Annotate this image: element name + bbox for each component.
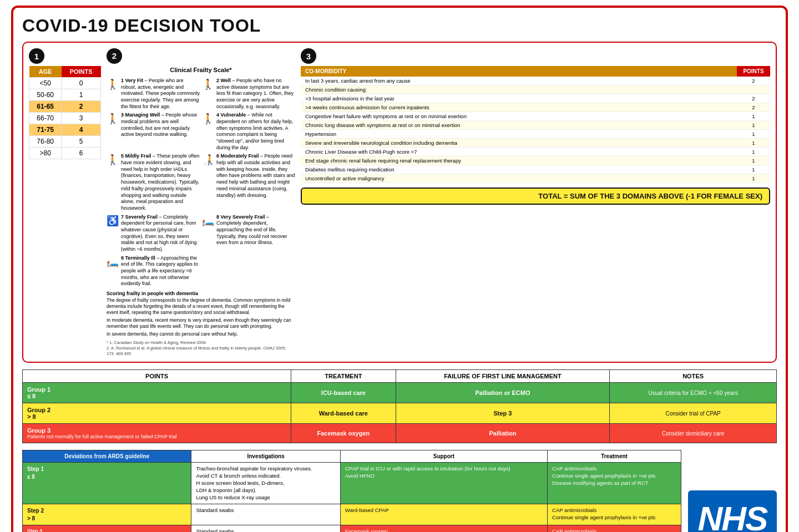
points-cell: 2 bbox=[737, 94, 770, 103]
ards-support-cell: CPAP trial in ICU or with rapid access t… bbox=[340, 463, 547, 504]
age-cell: 66-70 bbox=[29, 113, 62, 124]
frailty-grid: 🚶1 Very Fit – People who are robust, act… bbox=[107, 78, 295, 287]
th-points: POINTS bbox=[23, 370, 291, 383]
treatment-table: POINTS TREATMENT FAILURE OF FIRST LINE M… bbox=[22, 369, 777, 443]
condition-cell: End stage chronic renal failure requirin… bbox=[301, 156, 737, 165]
domain2-badge: 2 bbox=[107, 48, 122, 64]
table-row: Step 1≤ 8 Tracheo-bronchial aspirate for… bbox=[23, 463, 681, 504]
frailty-item: 🛏️9 Terminally Ill – Approaching the end… bbox=[107, 255, 200, 287]
table-row: Severe and irreversible neurological con… bbox=[301, 139, 770, 148]
ards-support-cell: Facemask oxygen bbox=[340, 525, 547, 532]
frailty-scale-title: Clinical Frailty Scale* bbox=[107, 66, 295, 74]
age-header: AGE bbox=[29, 66, 62, 78]
domain3-badge: 3 bbox=[301, 48, 316, 64]
th-treatment: TREATMENT bbox=[291, 370, 396, 383]
ards-investigations-cell: Standard swabs bbox=[191, 504, 340, 525]
ards-col1-header: Deviations from ARDS guideline bbox=[23, 450, 191, 463]
notes-cell: Consider domiciliary care bbox=[610, 424, 777, 443]
th-notes: NOTES bbox=[610, 370, 777, 383]
table-row: Diabetes mellitus requiring medication1 bbox=[301, 165, 770, 174]
frailty-icon: 🚶 bbox=[202, 113, 214, 125]
age-cell: <50 bbox=[29, 78, 62, 89]
group-label: Group 1 bbox=[27, 386, 50, 393]
frailty-item: 🧑‍🦯6 Moderately Frail – People need help… bbox=[202, 153, 295, 211]
footnote: * 1. Canadian Study on Health & Aging, R… bbox=[107, 340, 295, 356]
condition-cell: Congestive heart failure with symptoms a… bbox=[301, 112, 737, 121]
table-row: In last 3 years, cardiac arrest from any… bbox=[301, 77, 770, 85]
table-row: Step 2> 8 Standard swabs Ward-based CPAP… bbox=[23, 504, 681, 525]
dementia-text: The degree of frailty corresponds to the… bbox=[107, 297, 295, 316]
condition-cell: Uncontrolled or active malignancy bbox=[301, 174, 737, 183]
frailty-icon: 🚶 bbox=[202, 78, 214, 91]
table-row: Hypertension1 bbox=[301, 130, 770, 139]
condition-cell: In last 3 years, cardiac arrest from any… bbox=[301, 77, 737, 85]
table-row: Group 2> 8 Ward-based care Step 3 Consid… bbox=[23, 403, 777, 424]
points-header: POINTS bbox=[62, 66, 101, 78]
top-section: 1 AGE POINTS <50050-60161-65266-70371-75… bbox=[22, 42, 777, 363]
ards-support-header: Support bbox=[340, 450, 547, 463]
ards-investigations-header: Investigations bbox=[191, 450, 340, 463]
ards-treatment-header: Treatment bbox=[548, 450, 681, 463]
comorbidity-header: CO-MORBIDITY bbox=[301, 66, 737, 77]
domain3: 3 CO-MORBIDITY POINTS In last 3 years, c… bbox=[301, 48, 770, 356]
frailty-item: 🛏️8 Very Severely Frail – Completely dep… bbox=[202, 214, 295, 253]
age-cell: 61-65 bbox=[29, 101, 62, 113]
points-cell: 1 bbox=[737, 165, 770, 174]
notes-cell: Consider trial of CPAP bbox=[610, 403, 777, 424]
ards-treatment-cell: CAP antimicrobials Continue single agent… bbox=[548, 504, 681, 525]
frailty-item: 🚶4 Vulnerable – While not dependent on o… bbox=[202, 112, 295, 151]
ards-step-cell: Step 3Patients not normally for full act… bbox=[23, 525, 191, 532]
dementia-scoring-title: Scoring frailty in people with dementia bbox=[107, 291, 295, 297]
frailty-text: 6 Moderately Frail – People need help wi… bbox=[216, 153, 295, 199]
points-cell: 1 bbox=[737, 148, 770, 156]
points-cell: 2 bbox=[737, 77, 770, 85]
frailty-icon: 🛏️ bbox=[107, 256, 119, 268]
condition-cell: Diabetes mellitus requiring medication bbox=[301, 165, 737, 174]
condition-cell: >3 hospital admissions in the last year bbox=[301, 94, 737, 103]
treatment-cell: Ward-based care bbox=[291, 403, 396, 424]
ards-investigations-cell: Tracheo-bronchial aspirate for respirato… bbox=[191, 463, 340, 504]
age-cell: 76-80 bbox=[29, 136, 62, 148]
ards-table: Deviations from ARDS guideline Investiga… bbox=[22, 450, 681, 532]
group-label: Group 3 bbox=[27, 427, 50, 434]
domain2: 2 Clinical Frailty Scale* 🚶1 Very Fit – … bbox=[107, 48, 295, 356]
points-cell: 5 bbox=[62, 136, 101, 148]
points-cell: 1 bbox=[737, 112, 770, 121]
treatment-cell: Facemask oxygen bbox=[291, 424, 396, 443]
points-cell: 6 bbox=[62, 148, 101, 159]
notes-cell: Usual criteria for ECMO + <60 years bbox=[610, 383, 777, 403]
frailty-text: 1 Very Fit – People who are robust, acti… bbox=[121, 78, 200, 110]
frailty-text: 4 Vulnerable – While not dependent on ot… bbox=[216, 112, 295, 151]
ards-step-cell: Step 2> 8 bbox=[23, 504, 191, 525]
dementia-section: Scoring frailty in people with dementia … bbox=[107, 291, 295, 356]
frailty-text: 2 Well – People who have no active disea… bbox=[216, 78, 295, 110]
page-title: COVID-19 DECISION TOOL bbox=[22, 16, 777, 36]
frailty-text: 8 Very Severely Frail – Completely depen… bbox=[216, 214, 295, 246]
condition-cell: Severe and irreversible neurological con… bbox=[301, 139, 737, 148]
outer-container: COVID-19 DECISION TOOL 1 AGE POINTS <500… bbox=[11, 6, 788, 532]
severe-dementia-text: In severe dementia, they cannot do perso… bbox=[107, 331, 295, 337]
table-row: End stage chronic renal failure requirin… bbox=[301, 156, 770, 165]
table-row: Chronic condition causing: bbox=[301, 85, 770, 94]
points-cell: 4 bbox=[62, 124, 101, 136]
moderate-dementia-text: In moderate dementia, recent memory is v… bbox=[107, 317, 295, 330]
group-label: Group 2 bbox=[27, 407, 50, 413]
points-cell: 1 bbox=[737, 156, 770, 165]
points-cell: 1 bbox=[737, 130, 770, 139]
condition-cell: Hypertension bbox=[301, 130, 737, 139]
failure-cell: Palliation or ECMO bbox=[396, 383, 610, 403]
ards-investigations-cell: Standard swabs bbox=[191, 525, 340, 532]
failure-cell: Step 3 bbox=[396, 403, 610, 424]
frailty-text: 9 Terminally Ill – Approaching the end o… bbox=[121, 255, 200, 287]
comorbidity-points-header: POINTS bbox=[737, 66, 770, 77]
points-cell: 0 bbox=[62, 78, 101, 89]
points-cell: 1 bbox=[737, 139, 770, 148]
frailty-text: 5 Mildly Frail – These people often have… bbox=[121, 153, 200, 211]
condition-cell: Chronic Liver Disease with Child-Pugh sc… bbox=[301, 148, 737, 156]
frailty-icon: 🧑‍🦯 bbox=[202, 154, 214, 166]
points-cell: 2 bbox=[62, 101, 101, 113]
points-cell: 2 bbox=[737, 103, 770, 112]
frailty-item: 🚶1 Very Fit – People who are robust, act… bbox=[107, 78, 200, 110]
ards-section: Deviations from ARDS guideline Investiga… bbox=[22, 450, 777, 532]
ards-treatment-cell: CAP antimicrobials Continue single agent… bbox=[548, 525, 681, 532]
